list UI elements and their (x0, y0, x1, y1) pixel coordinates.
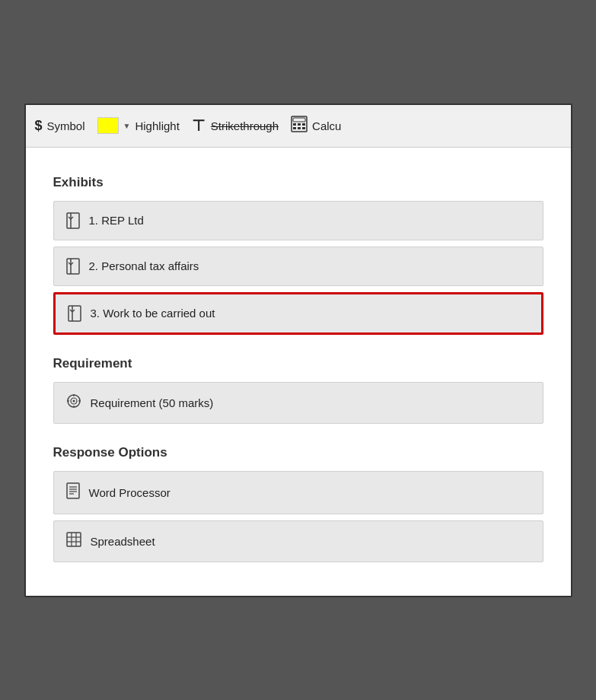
exhibit-item-3[interactable]: 3. Work to be carried out (53, 292, 543, 335)
svg-rect-7 (302, 127, 305, 129)
exhibit-item-2-label: 2. Personal tax affairs (89, 259, 199, 272)
svg-rect-32 (67, 533, 81, 546)
strikethrough-label: Strikethrough (211, 119, 279, 132)
svg-rect-5 (293, 127, 296, 129)
toolbar: $ Symbol ▼ Highlight ⊤ Strikethrough (26, 105, 571, 148)
svg-rect-1 (293, 118, 305, 122)
requirement-section-title: Requirement (53, 356, 543, 371)
svg-rect-3 (298, 123, 301, 126)
highlight-label: Highlight (135, 119, 179, 132)
exhibit-item-2[interactable]: 2. Personal tax affairs (53, 247, 543, 286)
requirement-item-1-label: Requirement (50 marks) (91, 396, 214, 409)
bookmark-icon-2 (66, 258, 80, 275)
main-window: $ Symbol ▼ Highlight ⊤ Strikethrough (24, 103, 572, 597)
svg-rect-4 (302, 123, 305, 126)
calculator-button[interactable]: Calcu (291, 116, 341, 136)
svg-rect-12 (67, 259, 79, 274)
requirement-section: Requirement Requirement (50 marks) (53, 356, 543, 424)
bookmark-icon-1 (66, 212, 80, 229)
spreadsheet-item[interactable]: Spreadsheet (53, 520, 543, 562)
exhibit-item-3-label: 3. Work to be carried out (91, 307, 215, 320)
exhibit-item-1[interactable]: 1. REP Ltd (53, 201, 543, 240)
word-processor-label: Word Processor (89, 486, 171, 499)
spreadsheet-label: Spreadsheet (91, 535, 155, 548)
svg-rect-8 (67, 213, 79, 228)
exhibits-section: Exhibits 1. REP Ltd (53, 175, 543, 335)
highlight-color-swatch (97, 117, 119, 134)
word-processor-icon (66, 482, 80, 503)
highlight-button[interactable]: ▼ Highlight (97, 117, 180, 134)
strikethrough-button[interactable]: ⊤ Strikethrough (192, 116, 279, 135)
svg-point-22 (72, 399, 75, 402)
word-processor-item[interactable]: Word Processor (53, 471, 543, 514)
spreadsheet-icon (66, 532, 81, 551)
svg-rect-27 (67, 483, 79, 498)
bookmark-icon-3 (68, 305, 81, 322)
calculator-label: Calcu (312, 119, 341, 132)
svg-rect-16 (69, 306, 81, 321)
strikethrough-icon: ⊤ (192, 116, 205, 135)
target-icon (66, 393, 81, 412)
symbol-label: Symbol (47, 119, 85, 132)
requirement-item-1[interactable]: Requirement (50 marks) (53, 382, 543, 424)
response-options-section-title: Response Options (53, 445, 543, 460)
symbol-button[interactable]: $ Symbol (35, 118, 85, 134)
calculator-icon (291, 116, 308, 136)
svg-rect-6 (298, 127, 301, 129)
dollar-icon: $ (35, 118, 43, 134)
highlight-dropdown-arrow[interactable]: ▼ (123, 122, 131, 130)
main-content: Exhibits 1. REP Ltd (26, 148, 571, 596)
svg-rect-2 (293, 123, 296, 126)
exhibits-section-title: Exhibits (53, 175, 543, 190)
exhibit-item-1-label: 1. REP Ltd (89, 214, 144, 227)
response-options-section: Response Options Word Processor (53, 445, 543, 562)
